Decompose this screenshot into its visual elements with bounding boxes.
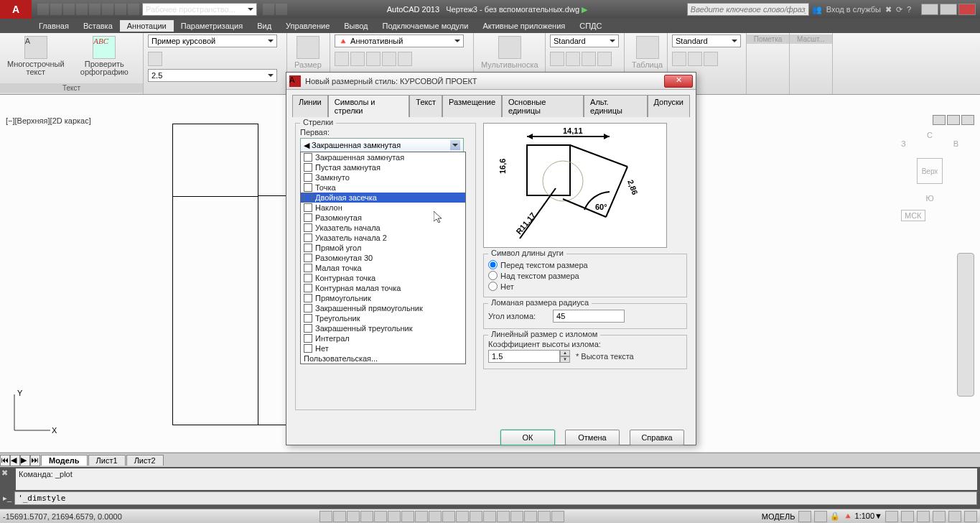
svg-text:R11,17: R11,17: [514, 210, 537, 236]
spin-down[interactable]: ▼: [560, 356, 570, 363]
arrow-option-icon: [304, 153, 312, 162]
svg-marker-6: [604, 134, 610, 139]
svg-text:2,86: 2,86: [626, 179, 640, 196]
arrow-option-label: Разомкнутая: [315, 213, 362, 222]
arrow-option-icon: [304, 183, 312, 192]
arrow-option-label: Замкнуто: [315, 173, 350, 182]
svg-text:16,6: 16,6: [498, 159, 507, 174]
tab-alt-units[interactable]: Альт. единицы: [584, 95, 647, 117]
arrow-dropdown-list[interactable]: Закрашенная замкнутаяПустая замкнутаяЗам…: [300, 152, 466, 364]
arrow-option[interactable]: Нет: [301, 343, 465, 353]
arrow-option-label: Указатель начала 2: [315, 233, 387, 242]
arrow-option[interactable]: Замкнуто: [301, 172, 465, 182]
arrow-option[interactable]: Треугольник: [301, 313, 465, 323]
arrow-option[interactable]: Интеграл: [301, 333, 465, 343]
arrow-option[interactable]: Прямоугольник: [301, 293, 465, 303]
arrow-option[interactable]: Закрашенная замкнутая: [301, 152, 465, 162]
dialog-titlebar[interactable]: A Новый размерный стиль: КУРСОВОЙ ПРОЕКТ…: [286, 73, 696, 90]
arrow-option-label: Интеграл: [315, 334, 350, 343]
preview-dim-text: 14,11: [563, 126, 583, 135]
arrow-option-icon: [304, 264, 312, 272]
arrow-option-icon: [304, 233, 312, 242]
svg-rect-7: [527, 145, 570, 195]
arrow-option-label: Закрашенный треугольник: [315, 324, 413, 333]
arrow-option[interactable]: Указатель начала 2: [301, 233, 465, 243]
dialog-tabs: Линии Символы и стрелки Текст Размещение…: [286, 90, 696, 116]
linjog-group-title: Линейный размер с изломом: [488, 330, 600, 338]
arrow-option-icon: [304, 284, 312, 292]
arrow-option[interactable]: Закрашенный треугольник: [301, 323, 465, 333]
arc-none-radio[interactable]: [488, 282, 498, 291]
arrow-option[interactable]: Пустая замкнутая: [301, 162, 465, 172]
arrow-option-label: Прямоугольник: [315, 294, 371, 302]
arc-above-radio[interactable]: [488, 271, 498, 280]
dimstyle-dialog: A Новый размерный стиль: КУРСОВОЙ ПРОЕКТ…: [286, 72, 696, 445]
arrow-option-icon: [304, 254, 312, 262]
tab-fit[interactable]: Размещение: [442, 95, 502, 117]
linjog-unit-label: * Высота текста: [576, 352, 634, 361]
arrow-option[interactable]: Двойная засечка: [301, 193, 465, 203]
linjog-spinner[interactable]: ▲▼: [488, 350, 570, 363]
first-arrow-value: Закрашенная замкнутая: [312, 141, 401, 149]
arrow-option-icon: [304, 203, 312, 212]
dialog-title: Новый размерный стиль: КУРСОВОЙ ПРОЕКТ: [305, 77, 664, 85]
arrow-option-label: Закрашенный прямоугольник: [315, 304, 423, 313]
arrow-option[interactable]: Наклон: [301, 203, 465, 213]
arrow-option-label: Контурная малая точка: [315, 284, 401, 292]
arrow-option[interactable]: Разомкнутая: [301, 213, 465, 223]
arrow-option-icon: [304, 193, 312, 202]
tab-tolerances[interactable]: Допуски: [648, 95, 690, 117]
ok-button[interactable]: ОК: [500, 430, 555, 445]
arrow-option[interactable]: Закрашенный прямоугольник: [301, 303, 465, 313]
dialog-close-button[interactable]: ✕: [664, 75, 693, 88]
arrow-option-label: Наклон: [315, 203, 342, 212]
arrow-option-label: Контурная точка: [315, 274, 375, 282]
arrow-option-icon: [304, 314, 312, 323]
arrow-option-icon: [304, 163, 312, 172]
arrow-option-icon: [304, 344, 312, 353]
arrow-option-icon: [304, 244, 312, 252]
arrow-option-icon: [304, 173, 312, 182]
arrow-option[interactable]: Малая точка: [301, 263, 465, 273]
arrow-option-icon: [304, 223, 312, 232]
combo-arrow-icon: [450, 140, 460, 150]
arrow-option-label: Точка: [315, 183, 336, 192]
svg-text:60°: 60°: [595, 203, 607, 211]
svg-marker-5: [527, 134, 533, 139]
arrow-option-icon: [304, 213, 312, 222]
spin-up[interactable]: ▲: [560, 350, 570, 356]
arc-before-label: Перед текстом размера: [500, 261, 588, 269]
arrow-option-icon: [304, 324, 312, 333]
help-button[interactable]: Справка: [630, 430, 684, 445]
arrow-option[interactable]: Точка: [301, 182, 465, 193]
arc-before-radio[interactable]: [488, 260, 498, 269]
arrow-option-label: Нет: [315, 344, 329, 353]
linjog-input[interactable]: [488, 350, 560, 363]
first-arrow-combo[interactable]: ◀ Закрашенная замкнутая: [300, 138, 464, 152]
arc-above-label: Над текстом размера: [500, 272, 579, 280]
arrow-option-icon: [304, 274, 312, 282]
arrow-option-label: Треугольник: [315, 314, 360, 323]
cancel-button[interactable]: Отмена: [565, 430, 620, 445]
modal-overlay: A Новый размерный стиль: КУРСОВОЙ ПРОЕКТ…: [0, 0, 980, 523]
arrow-option[interactable]: Контурная малая точка: [301, 283, 465, 293]
jog-angle-input[interactable]: [553, 310, 625, 323]
arrow-option-label: Двойная засечка: [315, 193, 377, 202]
arrow-option-label: Прямой угол: [315, 244, 361, 252]
arrow-option-icon: [304, 334, 312, 343]
arrow-option[interactable]: Прямой угол: [301, 243, 465, 253]
dialog-app-icon: A: [289, 75, 301, 87]
tab-lines[interactable]: Линии: [292, 95, 328, 117]
arrow-option[interactable]: Разомкнутая 30: [301, 253, 465, 263]
dimstyle-preview: 14,11 16,6 2,86 R11,17 60°: [483, 123, 667, 248]
arrow-option-icon: [304, 304, 312, 313]
first-arrow-label: Первая:: [300, 128, 471, 136]
linjog-factor-label: Коэффициент высоты излома:: [488, 340, 682, 348]
tab-text[interactable]: Текст: [409, 95, 442, 117]
arrow-option[interactable]: Указатель начала: [301, 223, 465, 233]
arrow-option[interactable]: Контурная точка: [301, 273, 465, 283]
arrow-option[interactable]: Пользовательская...: [301, 353, 465, 364]
tab-symbols-arrows[interactable]: Символы и стрелки: [328, 95, 410, 117]
tab-primary-units[interactable]: Основные единицы: [502, 95, 584, 117]
arrow-option-label: Закрашенная замкнутая: [315, 153, 404, 162]
